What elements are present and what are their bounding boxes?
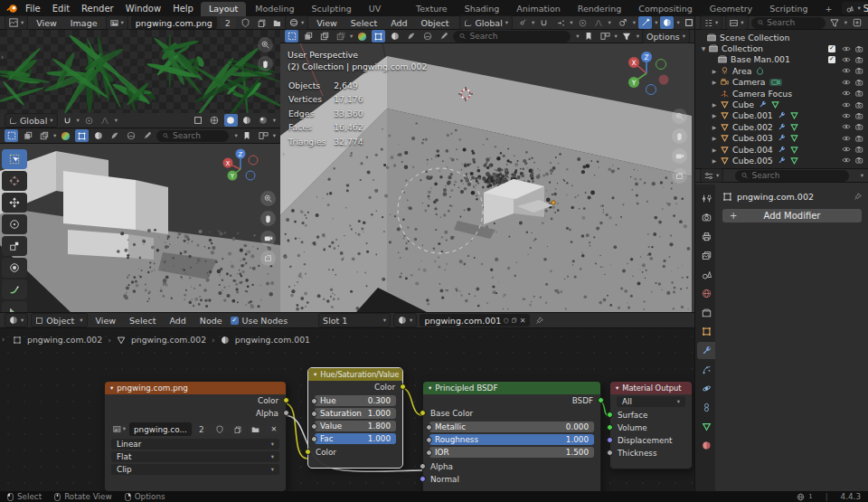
disable-render-camera-icon[interactable]	[855, 67, 864, 74]
socket-color-out[interactable]	[400, 384, 406, 390]
socket-base-color-in[interactable]	[420, 410, 426, 416]
bookmark-icon[interactable]	[582, 30, 596, 43]
overlays-toggle-icon[interactable]	[638, 16, 652, 29]
viewport-menu-object[interactable]: Object	[416, 18, 455, 28]
socket-displacement-in[interactable]	[607, 437, 613, 443]
shading-colorball-icon[interactable]	[355, 30, 369, 43]
xray-toggle-icon[interactable]	[660, 16, 674, 29]
outliner-row-cube[interactable]: ▶ Cube	[695, 99, 868, 109]
tab-object-data[interactable]	[697, 418, 715, 435]
disable-render-camera-icon[interactable]	[855, 56, 864, 63]
extension-select[interactable]: Clip▾	[111, 464, 279, 475]
image-menu-image[interactable]: Image	[65, 18, 103, 28]
workspace-tab-scripting[interactable]: Scripting	[761, 2, 816, 16]
viewport-pan-icon[interactable]	[672, 128, 687, 144]
disable-render-camera-icon[interactable]	[855, 123, 864, 130]
filter-funnel-icon[interactable]	[620, 30, 634, 43]
outliner-row-cube-005[interactable]: ▶ Cube.005	[695, 155, 868, 166]
duplicate-material-icon[interactable]	[512, 317, 517, 324]
properties-search-input[interactable]	[751, 171, 842, 180]
hide-eye-icon[interactable]	[842, 101, 851, 109]
socket-value-in[interactable]	[311, 423, 317, 430]
viewport-pan-icon[interactable]	[260, 211, 276, 226]
duplicate-image-icon[interactable]	[230, 423, 246, 435]
select-extend-mode-icon[interactable]	[21, 129, 34, 142]
navigation-gizmo[interactable]: Z X Y	[221, 147, 260, 187]
output-target-select[interactable]: All▾	[617, 396, 685, 407]
scene-selector[interactable]: ▾ Scene ✕	[842, 2, 868, 14]
hide-eye-icon[interactable]	[842, 123, 851, 130]
menu-file[interactable]: File	[20, 4, 46, 14]
viewport-menu-view[interactable]: View	[311, 18, 343, 28]
collections-visibility-icon[interactable]	[599, 30, 612, 43]
menu-help[interactable]: Help	[167, 4, 199, 14]
outliner-options-icon[interactable]	[850, 16, 863, 29]
main-viewport-canvas[interactable]: User Perspective (2) Collection | pngwin…	[280, 43, 694, 312]
image-menu-view[interactable]: View	[31, 18, 62, 28]
socket-surface-in[interactable]	[607, 412, 613, 418]
snap-target-icon[interactable]	[515, 16, 529, 29]
workspace-tab-uv-editing[interactable]: UV Editing	[361, 2, 407, 16]
workspace-tab-animation[interactable]: Animation	[508, 2, 568, 16]
collapse-node-icon[interactable]: ▾	[314, 372, 316, 378]
tab-world[interactable]	[697, 285, 715, 302]
hue-slider[interactable]: Hue 0.300	[315, 395, 396, 406]
tab-constraints[interactable]	[697, 399, 715, 416]
tab-scene[interactable]	[697, 266, 715, 283]
outliner-row-area[interactable]: ▶ Area	[695, 65, 868, 76]
fake-user-shield-icon[interactable]	[239, 16, 252, 29]
workspace-tab-geometry-nodes[interactable]: Geometry Nodes	[702, 2, 760, 16]
tab-render[interactable]	[697, 209, 715, 226]
proportional-edit-icon[interactable]	[576, 16, 590, 29]
viewport-menu-select[interactable]: Select	[345, 18, 382, 28]
select-extend-mode-icon[interactable]	[301, 30, 315, 43]
fake-user-shield-icon[interactable]	[504, 317, 509, 325]
disable-render-camera-icon[interactable]	[855, 90, 864, 97]
viewport-menu-add[interactable]: Add	[385, 18, 412, 28]
wireframe-shading-icon[interactable]	[208, 114, 222, 127]
projection-select[interactable]: Flat▾	[111, 451, 279, 462]
metallic-slider[interactable]: Metallic 0.000	[429, 421, 594, 432]
workspace-tab-rendering[interactable]: Rendering	[570, 2, 630, 16]
socket-alpha-out[interactable]	[283, 410, 289, 416]
workspace-tab-modeling[interactable]: Modeling	[247, 2, 302, 16]
material-shading-icon[interactable]	[241, 114, 254, 127]
viewport-camera-icon[interactable]	[260, 231, 276, 246]
shader-type-dropdown[interactable]: Object▾	[31, 313, 87, 327]
expand-arrow-icon[interactable]: ▶	[710, 112, 719, 118]
object-mode-icon[interactable]	[75, 129, 89, 142]
shader-menu-view[interactable]: View	[90, 316, 122, 326]
expand-arrow-icon[interactable]: ▶	[710, 124, 719, 130]
fac-slider[interactable]: Fac 1.000	[315, 433, 396, 444]
snap-magnet-icon[interactable]	[537, 16, 551, 29]
disable-render-camera-icon[interactable]	[855, 101, 864, 109]
snap-magnet-icon[interactable]	[61, 114, 74, 127]
ior-slider[interactable]: IOR 1.500	[429, 447, 594, 458]
select-intersect-mode-icon[interactable]	[334, 30, 347, 43]
socket-color-in[interactable]	[305, 449, 311, 455]
hide-eye-icon[interactable]	[842, 45, 851, 52]
hide-eye-icon[interactable]	[842, 146, 851, 153]
roughness-slider[interactable]: Roughness 1.000	[429, 434, 594, 445]
disable-render-camera-icon[interactable]	[855, 146, 864, 153]
hide-eye-icon[interactable]	[842, 135, 851, 142]
select-subtract-mode-icon[interactable]	[37, 129, 51, 142]
node-principled-bsdf[interactable]: ▾ Principled BSDF BSDF Base Color Metall…	[422, 381, 601, 492]
proportional-falloff-icon[interactable]	[592, 16, 606, 29]
image-name-field[interactable]: pngwing.co...	[129, 422, 192, 436]
value-slider[interactable]: Value 1.800	[315, 421, 396, 431]
tab-material[interactable]	[697, 437, 715, 454]
bookmark-icon[interactable]	[241, 129, 254, 142]
transform-orientation-dropdown[interactable]: Global▾	[459, 15, 513, 30]
tool-cursor[interactable]	[2, 171, 27, 191]
socket-saturation-in[interactable]	[311, 411, 317, 417]
unlink-material-icon[interactable]: ✕	[520, 317, 526, 325]
add-modifier-button[interactable]: + Add Modifier	[722, 209, 862, 223]
node-canvas[interactable]: › pngwing.com.002 › pngwing.com.002 › pn…	[0, 328, 694, 492]
show-gizmo-icon[interactable]	[192, 114, 205, 127]
shader-menu-add[interactable]: Add	[164, 316, 191, 326]
tool-move[interactable]	[2, 193, 27, 213]
outliner-search[interactable]	[751, 17, 826, 29]
collections-visibility-icon[interactable]	[257, 129, 270, 142]
workspace-tab-shading[interactable]: Shading	[457, 2, 508, 16]
